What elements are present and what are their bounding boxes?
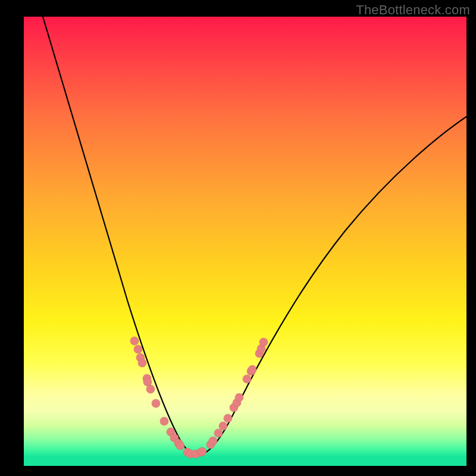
scatter-dot xyxy=(176,441,184,450)
scatter-dot xyxy=(146,385,155,393)
scatter-dot xyxy=(160,417,168,425)
scatter-dot xyxy=(134,345,142,353)
plot-area xyxy=(24,17,466,466)
bottleneck-curve xyxy=(43,17,466,455)
scatter-dot xyxy=(198,447,206,456)
scatter-dot xyxy=(152,399,160,408)
scatter-dot xyxy=(259,338,268,346)
scatter-dot xyxy=(209,437,217,445)
scatter-dot xyxy=(243,375,251,383)
scatter-dot xyxy=(138,359,146,367)
scatter-dot xyxy=(248,365,256,374)
scatter-dot xyxy=(214,429,223,437)
chart-canvas: TheBottleneck.com xyxy=(0,0,476,476)
chart-svg xyxy=(24,17,466,466)
scatter-dot xyxy=(219,422,227,430)
scatter-dot xyxy=(130,337,139,345)
scatter-dot xyxy=(235,393,243,402)
scatter-group xyxy=(130,337,268,458)
watermark-text: TheBottleneck.com xyxy=(356,2,470,18)
scatter-dot xyxy=(224,414,232,422)
